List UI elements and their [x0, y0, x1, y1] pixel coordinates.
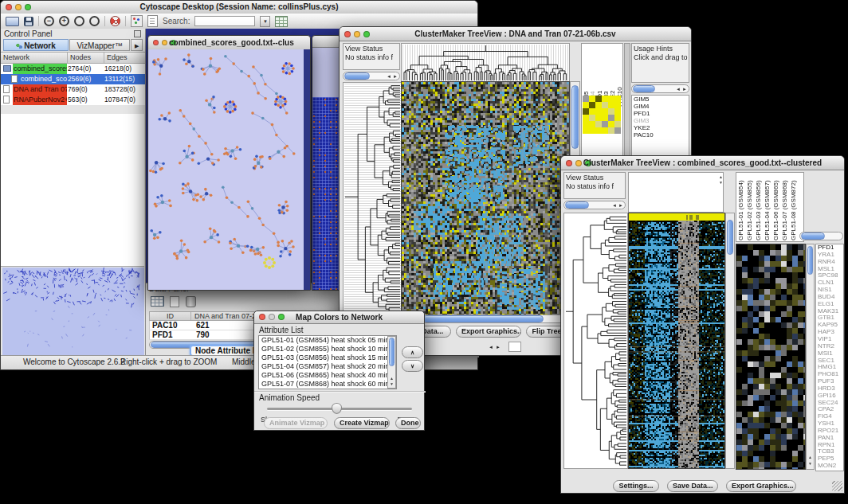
column-edges[interactable]: Edges: [104, 53, 144, 63]
save-session-icon[interactable]: [24, 17, 33, 26]
zoom-out-icon[interactable]: −: [44, 16, 54, 26]
network-graph-canvas[interactable]: [148, 49, 310, 290]
column-network[interactable]: Network: [1, 53, 68, 63]
gene-label[interactable]: PAC10: [632, 131, 689, 139]
scroll-left-icon[interactable]: ◄: [611, 202, 618, 209]
slider-thumb[interactable]: [332, 403, 342, 414]
network-name[interactable]: DNA and Tran 07: [13, 84, 67, 95]
close-icon[interactable]: [344, 31, 351, 37]
spinner-box[interactable]: [508, 342, 521, 352]
resize-grip[interactable]: [832, 481, 842, 491]
scrollbar-thumb[interactable]: [344, 72, 370, 80]
gene-label[interactable]: GIM5: [632, 96, 689, 103]
network-row[interactable]: combined_scores 2764(0) 16218(0): [1, 64, 145, 74]
attribute-list-item[interactable]: GPL51-02 (GSM855) heat shock 10 min: [259, 345, 387, 354]
tv2-left-hscrollbar[interactable]: ◄ ►: [563, 201, 626, 209]
tv1-right-hscrollbar[interactable]: ◄ ►: [631, 84, 689, 93]
scrollbar-thumb[interactable]: [807, 246, 813, 275]
import-table-icon[interactable]: [275, 16, 288, 27]
attribute-list-item[interactable]: GPL51-07 (GSM868) heat shock 60 min: [259, 380, 387, 389]
window-network-view[interactable]: combined_scores_good.txt--cluste...: [147, 35, 311, 291]
close-icon[interactable]: [566, 160, 572, 166]
minimize-icon[interactable]: [162, 40, 167, 45]
network-row[interactable]: DNA and Tran 07 769(0) 183728(0): [1, 84, 145, 95]
attribute-list-item[interactable]: GPL51-04 (GSM857) heat shock 20 min: [259, 362, 387, 371]
tv2-vscrollbar[interactable]: [725, 213, 735, 469]
search-input[interactable]: [194, 16, 255, 26]
network-name[interactable]: RNAPuberNov2+|: [13, 95, 67, 105]
scroll-right-icon[interactable]: ►: [618, 202, 624, 209]
gene-label[interactable]: GIM4: [632, 103, 689, 110]
window-network-view-background[interactable]: [312, 35, 341, 291]
help-lifesaver-icon[interactable]: [110, 16, 120, 26]
attribute-list-item[interactable]: GPL51-03 (GSM856) heat shock 15 min: [259, 354, 387, 362]
zoom-selected-icon[interactable]: [89, 16, 100, 26]
main-titlebar[interactable]: Cytoscape Desktop (Session Name: collins…: [1, 1, 477, 14]
tv1-bottom-hscrollbar[interactable]: [401, 315, 568, 323]
scrollbar-thumb[interactable]: [422, 315, 544, 322]
close-icon[interactable]: [153, 40, 159, 45]
sliver-titlebar[interactable]: [312, 36, 340, 48]
settings-button[interactable]: Settings...: [613, 480, 659, 492]
create-vizmap-button[interactable]: Create Vizmap: [334, 417, 390, 429]
scrollbar-thumb[interactable]: [389, 338, 395, 366]
tv2-label-hscrollbar[interactable]: [799, 232, 843, 240]
tab-overflow-button[interactable]: ▶: [131, 39, 143, 51]
gene-label[interactable]: PFD1: [632, 110, 689, 117]
tab-vizmapper[interactable]: VizMapper™: [69, 39, 130, 51]
tv2-heatmap[interactable]: [628, 213, 725, 469]
export-graphics-button[interactable]: Export Graphics...: [456, 326, 521, 338]
zoom-fit-icon[interactable]: [74, 16, 84, 26]
new-attribute-icon[interactable]: [170, 296, 179, 307]
scroll-right-icon[interactable]: ►: [392, 73, 398, 80]
attribute-list-item[interactable]: GPL51-06 (GSM865) heat shock 40 min: [259, 371, 387, 380]
network-overview-thumbnail[interactable]: [2, 268, 144, 355]
search-dropdown-button[interactable]: ▼: [260, 16, 270, 27]
attribute-list-item[interactable]: GPL51-01 (GSM854) heat shock 05 min: [259, 336, 387, 345]
tv1-zoom-matrix[interactable]: [583, 96, 621, 134]
close-icon[interactable]: [259, 314, 265, 320]
annotation-icon[interactable]: [147, 15, 158, 27]
scroll-left-icon[interactable]: ◄: [488, 344, 494, 350]
attribute-list-vscrollbar[interactable]: ▲ ▼: [387, 336, 396, 389]
attribute-list[interactable]: GPL51-01 (GSM854) heat shock 05 minGPL51…: [258, 335, 397, 389]
netview-titlebar[interactable]: combined_scores_good.txt--cluste...: [148, 36, 310, 50]
done-button[interactable]: Done: [395, 417, 421, 429]
tv1-left-hscrollbar[interactable]: ◄ ►: [343, 72, 400, 80]
scrollbar-thumb[interactable]: [633, 85, 655, 92]
tab-network[interactable]: Network: [3, 39, 69, 51]
column-id[interactable]: ID: [150, 312, 191, 320]
column-nodes[interactable]: Nodes: [68, 53, 104, 63]
export-graphics-button[interactable]: Export Graphics...: [726, 480, 796, 492]
scrollbar-thumb[interactable]: [565, 201, 589, 209]
scroll-right-icon[interactable]: ►: [495, 344, 501, 350]
tv2-titlebar[interactable]: ClusterMaker TreeView : combined_scores_…: [561, 156, 844, 170]
tv1-titlebar[interactable]: ClusterMaker TreeView : DNA and Tran 07-…: [340, 27, 691, 41]
delete-attribute-icon[interactable]: [186, 296, 196, 307]
tv2-secondary-heatmap[interactable]: [736, 244, 806, 470]
close-button[interactable]: [6, 4, 12, 10]
scroll-up-icon[interactable]: ▲: [388, 376, 395, 381]
scroll-right-icon[interactable]: ►: [681, 86, 688, 92]
scrollbar-thumb[interactable]: [727, 220, 733, 255]
gene-label[interactable]: YKE2: [632, 124, 689, 131]
zoom-in-icon[interactable]: +: [59, 16, 69, 26]
tv1-heatmap[interactable]: [401, 81, 570, 315]
gene-label[interactable]: GIM3: [632, 117, 689, 124]
scroll-left-icon[interactable]: ◄: [675, 86, 681, 92]
network-name[interactable]: combined_scores: [13, 64, 67, 74]
move-up-button[interactable]: ∧: [402, 346, 423, 358]
scrollbar-thumb[interactable]: [801, 232, 825, 240]
gene-label[interactable]: MON2: [816, 463, 843, 470]
attribute-table-icon[interactable]: [151, 296, 164, 307]
scroll-down-icon[interactable]: ▼: [717, 180, 724, 185]
scroll-down-icon[interactable]: ▼: [807, 461, 814, 466]
network-name[interactable]: combined_sco: [20, 74, 68, 84]
move-down-button[interactable]: ∨: [402, 360, 423, 372]
tv1-column-dendrogram[interactable]: [401, 43, 570, 82]
window-treeview-combined[interactable]: ClusterMaker TreeView : combined_scores_…: [560, 155, 845, 494]
scroll-up-icon[interactable]: ▲: [807, 455, 814, 459]
animate-vizmap-button[interactable]: Animate Vizmap: [264, 417, 328, 429]
scroll-up-icon[interactable]: ▲: [717, 174, 724, 179]
float-panel-icon[interactable]: [134, 30, 141, 37]
